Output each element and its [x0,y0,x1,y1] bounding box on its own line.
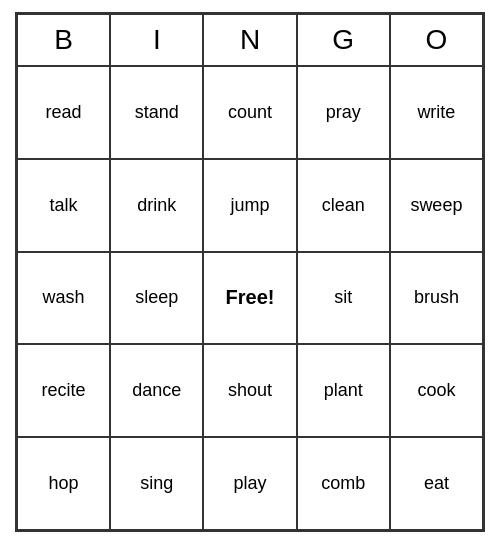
bingo-card: B I N G O read stand count pray write ta… [15,12,485,532]
header-g: G [297,14,390,66]
cell-0-4[interactable]: write [390,66,483,159]
cell-2-4[interactable]: brush [390,252,483,345]
cell-1-4[interactable]: sweep [390,159,483,252]
cell-3-0[interactable]: recite [17,344,110,437]
cell-3-4[interactable]: cook [390,344,483,437]
cell-4-4[interactable]: eat [390,437,483,530]
cell-2-0[interactable]: wash [17,252,110,345]
cell-1-1[interactable]: drink [110,159,203,252]
cell-4-0[interactable]: hop [17,437,110,530]
header-i: I [110,14,203,66]
header-o: O [390,14,483,66]
cell-1-3[interactable]: clean [297,159,390,252]
cell-0-2[interactable]: count [203,66,296,159]
cell-4-3[interactable]: comb [297,437,390,530]
cell-4-2[interactable]: play [203,437,296,530]
header-b: B [17,14,110,66]
header-n: N [203,14,296,66]
free-space[interactable]: Free! [203,252,296,345]
cell-4-1[interactable]: sing [110,437,203,530]
cell-0-1[interactable]: stand [110,66,203,159]
cell-1-2[interactable]: jump [203,159,296,252]
cell-3-1[interactable]: dance [110,344,203,437]
cell-2-1[interactable]: sleep [110,252,203,345]
cell-1-0[interactable]: talk [17,159,110,252]
cell-3-2[interactable]: shout [203,344,296,437]
cell-3-3[interactable]: plant [297,344,390,437]
cell-0-0[interactable]: read [17,66,110,159]
cell-0-3[interactable]: pray [297,66,390,159]
cell-2-3[interactable]: sit [297,252,390,345]
